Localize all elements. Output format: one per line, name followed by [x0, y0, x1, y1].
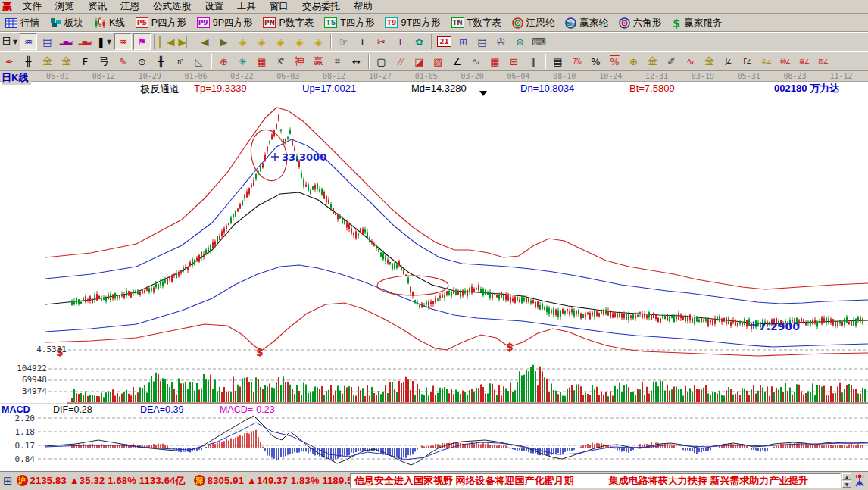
news-ticker[interactable]: 信息安全进入国家视野 网络设备将迎国产化蜜月期 集成电路将获大力扶持 新兴需求助… [350, 473, 841, 488]
f-angle-tool[interactable]: F∠ [738, 53, 756, 70]
menu-4[interactable]: 公式选股 [146, 0, 198, 14]
last-page-button[interactable]: ▶▏ [177, 33, 195, 50]
bars-9-button[interactable]: ▂▅▃₉ [76, 33, 94, 50]
quote-board-icon[interactable]: ⊞ [3, 474, 13, 488]
pen-measure-tool[interactable]: ✐ [663, 53, 680, 70]
gold-lines-tool[interactable]: 金 [644, 53, 661, 70]
pattern-blue-button[interactable]: ♒ [20, 33, 37, 50]
ruler-ticks-tool[interactable]: ╫ [20, 53, 37, 70]
shenzhen-quote[interactable]: 8305.91 ▲149.37 1.83% 1189.52亿 [208, 474, 350, 488]
t-square-button[interactable]: TST四方形 [319, 17, 379, 30]
menu-5[interactable]: 设置 [198, 0, 230, 14]
menu-2[interactable]: 资讯 [81, 0, 114, 14]
shen-ruler-tool[interactable]: 神 [291, 53, 308, 70]
red-pen-tool[interactable]: ✒ [1, 53, 18, 70]
chart-area[interactable]: 日K线 06-0108-1210-2901-0603-2206-0308-121… [0, 71, 868, 471]
red-target-tool[interactable]: ⊕ [215, 53, 233, 70]
winner-service-button[interactable]: $赢家服务 [667, 17, 727, 30]
angle-lines-tool[interactable]: ∠ [448, 53, 466, 70]
info-panel-button[interactable]: ▤ [39, 33, 56, 50]
next-page-button[interactable]: ▶ [215, 33, 233, 50]
gann-t-tool-button[interactable]: Ŧ [392, 33, 409, 50]
prev-page-button[interactable]: ◀ [196, 33, 214, 50]
zigzag-tool[interactable]: ∿ [467, 53, 485, 70]
width-measure-tool[interactable]: ↔ [348, 53, 365, 70]
pen-ruler-tool[interactable]: ✎ [114, 53, 132, 70]
p-square-button[interactable]: PSP四方形 [130, 17, 192, 30]
red-grid-box-tool[interactable]: ▦ [486, 53, 504, 70]
flag-button[interactable]: ⚑ [133, 33, 151, 50]
compass-tool[interactable]: ⊙ [133, 53, 151, 70]
ying-ruler-tool[interactable]: 赢 [310, 53, 327, 70]
menu-1[interactable]: 浏览 [48, 0, 81, 14]
gold-angle-tool[interactable]: 金∠ [757, 53, 775, 70]
percent7-tool[interactable]: 7% [568, 53, 585, 70]
sectors-button[interactable]: 板块 [45, 17, 89, 30]
hexagon-button[interactable]: 六角形 [614, 17, 667, 30]
gold-ruler2-tool[interactable]: 金 [58, 53, 75, 70]
j-angle-tool[interactable]: J∠ [720, 53, 737, 70]
9p-square-button[interactable]: P99P四方形 [192, 17, 258, 30]
menu-8[interactable]: 交易委托 [295, 0, 347, 14]
parallel-lines-tool[interactable]: ∥ [524, 53, 542, 70]
hand-tool-button[interactable]: ☞ [335, 33, 352, 50]
matrix-calc-button[interactable]: ⊞ [454, 33, 472, 50]
diamond-up-button[interactable]: ◈ [272, 33, 289, 50]
t-number-table-button[interactable]: TNT数字表 [446, 17, 507, 30]
gong-ruler-tool[interactable]: 弓 [95, 53, 113, 70]
kline-button[interactable]: K线 [89, 17, 130, 30]
period-day-button[interactable]: 日▼ [1, 33, 18, 50]
si-angle-tool[interactable]: 四∠ [814, 53, 832, 70]
box-tool[interactable]: ▢ [373, 53, 390, 70]
percent-tool[interactable]: % [587, 53, 604, 70]
ruler-123-tool[interactable]: ⌗ [329, 53, 346, 70]
calendar-button[interactable]: 21 [436, 33, 453, 50]
menu-0[interactable]: 文件 [16, 0, 48, 14]
winner-wheel-button[interactable]: Big赢家轮 [560, 17, 614, 30]
p-number-table-button[interactable]: PNP数字表 [258, 17, 319, 30]
protractor-tool[interactable]: ◺ [190, 53, 208, 70]
n2-ruler-tool[interactable]: n² [171, 53, 189, 70]
spin-down-button[interactable]: ▼ [842, 481, 851, 488]
teal-wheel-tool[interactable]: ✳ [234, 53, 251, 70]
diamond-star-button[interactable]: ◈ [310, 33, 327, 50]
price-list-tool[interactable]: ▤ [549, 53, 567, 70]
diamond-cross-button[interactable]: ◈ [291, 33, 308, 50]
network-pc-button[interactable]: ⊛ [511, 33, 529, 50]
menu-6[interactable]: 工具 [230, 0, 263, 14]
save-button[interactable]: ✇ [492, 33, 510, 50]
gold-target-tool[interactable]: ⊕ [625, 53, 642, 70]
menu-9[interactable]: 帮助 [347, 0, 379, 14]
f-ruler-tool[interactable]: F [76, 53, 94, 70]
spin-up-button[interactable]: ▲ [842, 473, 851, 480]
red-grid-tool[interactable]: ▦ [253, 53, 270, 70]
red-grid-arrow-tool[interactable]: ⊞ [505, 53, 523, 70]
percent-line-tool[interactable]: % [606, 53, 623, 70]
pattern-red-button[interactable]: ♒ [114, 33, 132, 50]
candle-style-button[interactable]: ❚▼ [95, 33, 113, 50]
box-fan-tool[interactable]: ◪ [411, 53, 428, 70]
menu-7[interactable]: 窗口 [263, 0, 295, 14]
shen-angle-tool[interactable]: 神∠ [776, 53, 794, 70]
notepad-button[interactable]: ▤ [473, 33, 491, 50]
ruler2-tool[interactable]: ╫ [152, 53, 170, 70]
first-page-button[interactable]: ▏◀ [158, 33, 176, 50]
diamond-left-button[interactable]: ◈ [234, 33, 251, 50]
ying-angle-tool[interactable]: 赢∠ [795, 53, 813, 70]
menu-3[interactable]: 江恩 [114, 0, 146, 14]
gann-fan-tool[interactable]: ╱╱ [392, 53, 409, 70]
workstation-button[interactable]: ⌨ [530, 33, 548, 50]
gann-wheel-button[interactable]: 江恩轮 [507, 17, 560, 30]
wave-brain-button[interactable]: ✿ [411, 33, 428, 50]
cut-angle-tool-button[interactable]: ✂ [373, 33, 390, 50]
red-wave-tool[interactable]: ∿ [682, 53, 699, 70]
shanghai-quote[interactable]: 2135.83 ▲35.32 1.68% 1133.64亿 [30, 474, 186, 488]
box-stripes-tool[interactable]: ▨ [429, 53, 447, 70]
9t-square-button[interactable]: T99T四方形 [379, 17, 445, 30]
bars-3-button[interactable]: ▂▅▃₃ [58, 33, 75, 50]
gold-underline-tool[interactable]: 金 [701, 53, 718, 70]
diamond-right-button[interactable]: ◈ [253, 33, 270, 50]
gold-ruler-tool[interactable]: 金 [39, 53, 56, 70]
crosshair-tool-button[interactable]: + [354, 33, 371, 50]
quotes-button[interactable]: 行情 [0, 17, 45, 30]
